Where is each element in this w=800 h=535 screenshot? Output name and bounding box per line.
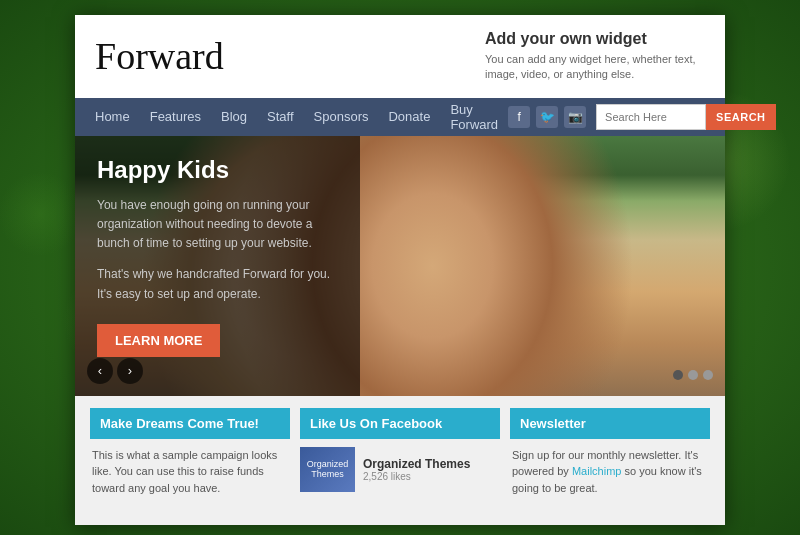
slider-dots — [673, 370, 713, 380]
hero-text-1: You have enough going on running your or… — [97, 196, 338, 254]
twitter-icon[interactable]: 🐦 — [536, 106, 558, 128]
header-widget: Add your own widget You can add any widg… — [485, 30, 705, 83]
search-input[interactable] — [596, 104, 706, 130]
fb-thumb-text: Organized Themes — [300, 459, 355, 479]
nav-links: Home Features Blog Staff Sponsors Donate… — [85, 98, 508, 136]
facebook-preview: Organized Themes Organized Themes 2,526 … — [300, 447, 500, 492]
slider-prev-button[interactable]: ‹ — [87, 358, 113, 384]
campaign-section: Make Dreams Come True! This is what a sa… — [90, 408, 290, 497]
campaign-header: Make Dreams Come True! — [90, 408, 290, 439]
dot-3[interactable] — [703, 370, 713, 380]
nav-blog[interactable]: Blog — [211, 98, 257, 136]
hero-slider: Happy Kids You have enough going on runn… — [75, 136, 725, 396]
facebook-info: Organized Themes 2,526 likes — [363, 457, 470, 482]
hero-overlay: Happy Kids You have enough going on runn… — [75, 136, 360, 396]
dot-2[interactable] — [688, 370, 698, 380]
nav-sponsors[interactable]: Sponsors — [304, 98, 379, 136]
facebook-thumbnail: Organized Themes — [300, 447, 355, 492]
newsletter-header: Newsletter — [510, 408, 710, 439]
nav-buy-forward[interactable]: Buy Forward — [440, 98, 508, 136]
learn-more-button[interactable]: LEARN MORE — [97, 324, 220, 357]
main-container: Forward Add your own widget You can add … — [75, 15, 725, 525]
search-form: SEARCH — [596, 104, 775, 130]
hero-text-2: That's why we handcrafted Forward for yo… — [97, 265, 338, 303]
dot-1[interactable] — [673, 370, 683, 380]
fb-org-name: Organized Themes — [363, 457, 470, 471]
nav-features[interactable]: Features — [140, 98, 211, 136]
site-header: Forward Add your own widget You can add … — [75, 15, 725, 98]
facebook-icon[interactable]: f — [508, 106, 530, 128]
bottom-sections: Make Dreams Come True! This is what a sa… — [75, 396, 725, 497]
campaign-text: This is what a sample campaign looks lik… — [90, 447, 290, 497]
widget-text: You can add any widget here, whether tex… — [485, 52, 705, 83]
widget-title: Add your own widget — [485, 30, 705, 48]
fb-likes: 2,526 likes — [363, 471, 470, 482]
newsletter-section: Newsletter Sign up for our monthly newsl… — [510, 408, 710, 497]
slider-next-button[interactable]: › — [117, 358, 143, 384]
instagram-icon[interactable]: 📷 — [564, 106, 586, 128]
nav-home[interactable]: Home — [85, 98, 140, 136]
slider-controls: ‹ › — [87, 358, 143, 384]
nav-donate[interactable]: Donate — [378, 98, 440, 136]
nav-bar: Home Features Blog Staff Sponsors Donate… — [75, 98, 725, 136]
hero-title: Happy Kids — [97, 156, 338, 184]
nav-staff[interactable]: Staff — [257, 98, 304, 136]
newsletter-text: Sign up for our monthly newsletter. It's… — [510, 447, 710, 497]
facebook-section: Like Us On Facebook Organized Themes Org… — [300, 408, 500, 497]
search-button[interactable]: SEARCH — [706, 104, 775, 130]
site-title: Forward — [95, 34, 224, 78]
social-icons: f 🐦 📷 — [508, 106, 586, 128]
facebook-header: Like Us On Facebook — [300, 408, 500, 439]
mailchimp-link[interactable]: Mailchimp — [572, 465, 622, 477]
